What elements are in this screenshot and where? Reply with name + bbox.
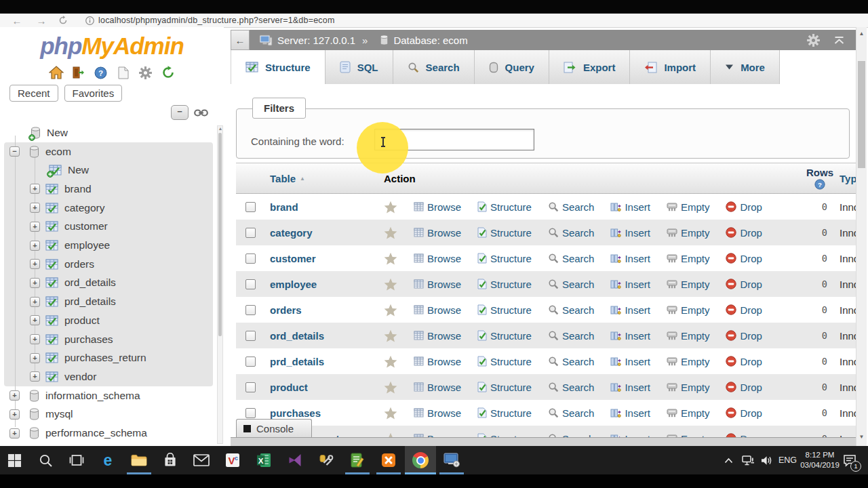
drop-link[interactable]: Drop (726, 227, 762, 239)
page-settings-gear-icon[interactable] (806, 33, 821, 47)
expand-node-icon[interactable]: + (9, 390, 20, 401)
url-text[interactable]: localhost/phpmyadmin/db_structure.php?se… (98, 16, 335, 25)
tree-item-label[interactable]: vendor (64, 371, 96, 383)
favorite-star-icon[interactable] (384, 381, 397, 394)
console-panel-edge[interactable] (231, 437, 856, 446)
tab-sql[interactable]: SQL (326, 50, 393, 84)
structure-link[interactable]: Structure (477, 253, 532, 264)
expand-node-icon[interactable]: + (30, 278, 40, 288)
empty-link[interactable]: Empty (667, 227, 710, 239)
favorite-star-icon[interactable] (384, 304, 397, 317)
file-explorer-icon[interactable] (123, 446, 155, 474)
browse-link[interactable]: Browse (414, 279, 461, 290)
table-name-link[interactable]: brand (270, 201, 298, 213)
favorites-button[interactable]: Favorites (64, 85, 123, 102)
structure-link[interactable]: Structure (477, 227, 532, 239)
tree-item-label[interactable]: purchases_return (64, 352, 146, 364)
rows-header-label[interactable]: Rows (806, 167, 833, 178)
expand-node-icon[interactable]: + (30, 241, 40, 251)
link-with-main-panel-icon[interactable] (194, 108, 208, 117)
structure-link[interactable]: Structure (477, 279, 532, 290)
drop-link[interactable]: Drop (726, 201, 762, 213)
search-link[interactable]: Search (548, 279, 595, 290)
favorite-star-icon[interactable] (384, 226, 397, 239)
expand-node-icon[interactable]: + (30, 334, 40, 344)
store-icon[interactable] (155, 446, 186, 474)
expand-node-icon[interactable]: + (30, 297, 40, 307)
browse-link[interactable]: Browse (414, 253, 461, 264)
drop-link[interactable]: Drop (726, 253, 762, 264)
structure-link[interactable]: Structure (477, 201, 532, 213)
row-checkbox[interactable] (245, 202, 256, 212)
insert-link[interactable]: Insert (610, 356, 650, 367)
tree-item-category[interactable]: +category (0, 199, 216, 218)
tab-more[interactable]: More (711, 50, 780, 84)
breadcrumb-server[interactable]: Server: 127.0.0.1 (277, 35, 355, 46)
tree-item-purchases_return[interactable]: +purchases_return (0, 348, 216, 367)
search-taskbar-icon[interactable] (30, 446, 61, 474)
tree-item-New[interactable]: New (0, 161, 216, 180)
tree-item-label[interactable]: product (64, 314, 100, 327)
tree-item-label[interactable]: orders (64, 258, 94, 270)
empty-link[interactable]: Empty (667, 279, 710, 290)
tab-search[interactable]: Search (393, 50, 475, 84)
scroll-down-icon[interactable]: ▼ (856, 434, 867, 440)
refresh-icon[interactable] (160, 65, 176, 80)
tree-item-performance_schema[interactable]: +performance_schema (0, 424, 216, 443)
empty-link[interactable]: Empty (667, 382, 710, 393)
tree-item-label[interactable]: performance_schema (45, 427, 147, 439)
tree-item-label[interactable]: category (64, 202, 104, 214)
tab-import[interactable]: Import (630, 50, 711, 84)
panel-back-button[interactable]: ← (231, 30, 250, 50)
favorite-star-icon[interactable] (384, 329, 397, 342)
structure-link[interactable]: Structure (477, 330, 532, 342)
empty-link[interactable]: Empty (667, 201, 710, 213)
tree-item-mysql[interactable]: +mysql (0, 405, 216, 424)
scroll-to-top-icon[interactable] (833, 36, 845, 45)
help-icon[interactable]: ? (93, 65, 109, 80)
row-checkbox[interactable] (245, 253, 256, 264)
tree-item-information_schema[interactable]: +information_schema (0, 386, 216, 405)
phpmyadmin-logo[interactable]: phpMyAdmin (0, 33, 224, 60)
tree-item-label[interactable]: employee (64, 239, 110, 251)
tab-structure[interactable]: Structure (231, 50, 326, 84)
tree-item-product[interactable]: +product (0, 311, 216, 330)
insert-link[interactable]: Insert (610, 304, 650, 316)
drop-link[interactable]: Drop (726, 407, 762, 419)
table-name-link[interactable]: product (270, 382, 308, 393)
tree-item-ecom[interactable]: −ecom (0, 142, 216, 161)
expand-node-icon[interactable]: + (30, 222, 40, 232)
settings-icon[interactable] (138, 65, 154, 80)
logout-icon[interactable] (71, 65, 87, 80)
search-link[interactable]: Search (548, 356, 595, 367)
search-link[interactable]: Search (548, 330, 595, 342)
drop-link[interactable]: Drop (726, 382, 762, 393)
tree-item-vendor[interactable]: +vendor (0, 367, 216, 386)
sidebar-scrollbar[interactable]: ▲ (217, 125, 223, 444)
favorite-star-icon[interactable] (384, 407, 397, 420)
collapse-node-icon[interactable]: − (9, 146, 20, 157)
tree-item-label[interactable]: ecom (45, 146, 71, 158)
tray-language[interactable]: ENG (778, 446, 797, 474)
search-link[interactable]: Search (548, 201, 595, 213)
browser-reload-icon[interactable] (58, 16, 73, 25)
search-link[interactable]: Search (548, 304, 595, 316)
drop-link[interactable]: Drop (726, 356, 762, 367)
browse-link[interactable]: Browse (414, 330, 461, 342)
recent-button[interactable]: Recent (9, 85, 58, 102)
tree-item-label[interactable]: ord_details (64, 277, 116, 289)
row-checkbox[interactable] (245, 408, 256, 418)
tree-item-label[interactable]: prd_details (64, 296, 116, 308)
row-checkbox[interactable] (245, 279, 256, 289)
favorite-star-icon[interactable] (384, 278, 397, 291)
tree-item-New[interactable]: New (0, 123, 216, 142)
main-scrollbar[interactable]: ▲ ▼ (856, 27, 867, 446)
search-link[interactable]: Search (548, 382, 595, 393)
browse-link[interactable]: Browse (414, 407, 461, 419)
browse-link[interactable]: Browse (414, 304, 461, 316)
sidebar-scroll-thumb[interactable] (218, 133, 222, 336)
favorite-star-icon[interactable] (384, 201, 397, 214)
browse-link[interactable]: Browse (414, 356, 461, 367)
tree-item-label[interactable]: information_schema (45, 390, 140, 402)
start-icon[interactable] (0, 446, 30, 474)
